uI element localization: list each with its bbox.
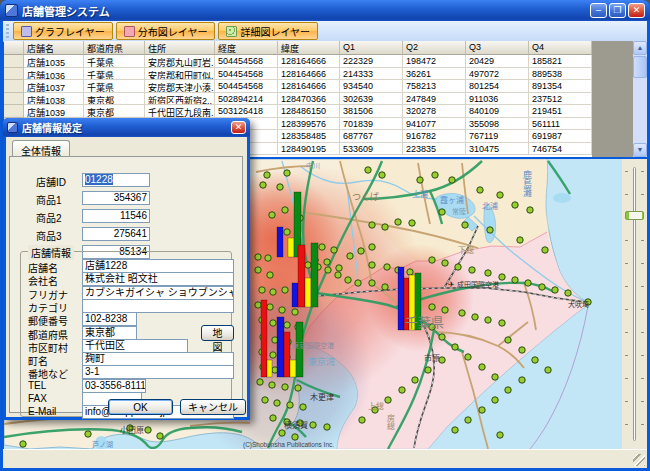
store-marker[interactable]: [499, 274, 505, 280]
table-cell[interactable]: 店舗1036: [24, 68, 84, 81]
store-marker[interactable]: [459, 310, 465, 316]
field-input-フリガナ[interactable]: カブシキガイシャ ショウブンシャ: [82, 286, 234, 300]
table-cell[interactable]: 355098: [466, 118, 529, 131]
field-input-商品2[interactable]: 11546: [82, 209, 150, 223]
table-cell[interactable]: 533609: [340, 143, 403, 156]
store-marker[interactable]: [279, 430, 285, 436]
store-marker[interactable]: [255, 302, 261, 308]
row-header-cell[interactable]: [4, 93, 24, 106]
store-marker[interactable]: [287, 402, 293, 408]
table-cell[interactable]: 千葉県: [84, 80, 145, 93]
store-marker[interactable]: [282, 287, 288, 293]
store-marker[interactable]: [267, 272, 273, 278]
store-marker[interactable]: [409, 220, 415, 226]
row-header-cell[interactable]: [4, 105, 24, 118]
maximize-button[interactable]: ❐: [609, 3, 626, 18]
table-cell[interactable]: 934540: [340, 80, 403, 93]
table-cell[interactable]: 503126418: [215, 105, 278, 118]
table-cell[interactable]: 889538: [529, 68, 592, 81]
table-cell[interactable]: 801254: [466, 80, 529, 93]
scrollbar-thumb[interactable]: [633, 56, 647, 78]
table-cell[interactable]: 758213: [403, 80, 466, 93]
store-marker[interactable]: [255, 254, 261, 260]
table-cell[interactable]: 223835: [403, 143, 466, 156]
field-input-店舗名[interactable]: 店舗1228: [82, 259, 234, 273]
store-marker[interactable]: [542, 247, 548, 253]
table-row[interactable]: 店舗1038東京都新宿区西新宿2..5028942141284703663026…: [4, 93, 592, 106]
table-cell[interactable]: 東京都: [84, 93, 145, 106]
store-marker[interactable]: [365, 167, 371, 173]
store-marker[interactable]: [565, 290, 571, 296]
field-input-町名[interactable]: 麹町: [82, 352, 234, 366]
store-marker[interactable]: [284, 229, 290, 235]
store-marker[interactable]: [399, 387, 405, 393]
table-cell[interactable]: 504454568: [215, 68, 278, 81]
store-marker[interactable]: [479, 364, 485, 370]
store-marker[interactable]: [369, 280, 375, 286]
table-cell[interactable]: 新宿区西新宿2..: [145, 93, 215, 106]
store-marker[interactable]: [20, 441, 26, 447]
minimize-button[interactable]: –: [590, 3, 607, 18]
store-marker[interactable]: [382, 224, 388, 230]
store-marker[interactable]: [499, 320, 505, 326]
column-header[interactable]: 経度: [215, 41, 278, 55]
table-cell[interactable]: 891354: [529, 80, 592, 93]
store-marker[interactable]: [284, 170, 290, 176]
store-marker[interactable]: [359, 417, 365, 423]
store-marker[interactable]: [477, 187, 483, 193]
table-cell[interactable]: 安房郡天津小湊..: [145, 80, 215, 93]
store-marker[interactable]: [85, 431, 91, 437]
cancel-button[interactable]: キャンセル: [180, 399, 246, 415]
store-marker[interactable]: [452, 427, 458, 433]
table-cell[interactable]: 店舗1037: [24, 80, 84, 93]
table-row[interactable]: 店舗1035千葉県安房郡丸山町岩..5044545681281646662223…: [4, 55, 592, 68]
scroll-down-button[interactable]: ▼: [633, 143, 647, 157]
table-cell[interactable]: 941077: [403, 118, 466, 131]
table-cell[interactable]: 128164666: [278, 55, 340, 68]
store-marker[interactable]: [336, 265, 342, 271]
toolbar-grip[interactable]: [6, 24, 9, 39]
store-marker[interactable]: [331, 247, 337, 253]
store-marker[interactable]: [517, 237, 523, 243]
store-marker[interactable]: [492, 397, 498, 403]
store-marker[interactable]: [277, 184, 283, 190]
store-marker[interactable]: [358, 248, 364, 254]
store-marker[interactable]: [300, 404, 306, 410]
table-cell[interactable]: 916782: [403, 130, 466, 143]
table-cell[interactable]: 東京都: [84, 105, 145, 118]
close-button[interactable]: ✕: [628, 3, 645, 18]
table-cell[interactable]: 店舗1039: [24, 105, 84, 118]
store-marker[interactable]: [284, 322, 290, 328]
table-cell[interactable]: 185821: [529, 55, 592, 68]
trackbar-thumb[interactable]: [625, 211, 644, 220]
store-marker[interactable]: [255, 267, 261, 273]
resize-grip[interactable]: [633, 454, 645, 466]
store-marker[interactable]: [145, 427, 151, 433]
store-marker[interactable]: [347, 253, 353, 259]
store-marker[interactable]: [505, 387, 511, 393]
table-cell[interactable]: 701839: [340, 118, 403, 131]
title-bar[interactable]: 店舗管理システム – ❐ ✕: [0, 0, 650, 21]
field-input-市区町村[interactable]: 千代田区: [82, 339, 188, 353]
table-cell[interactable]: 128490195: [278, 143, 340, 156]
store-marker[interactable]: [384, 264, 390, 270]
table-cell[interactable]: 502894214: [215, 93, 278, 106]
store-marker[interactable]: [269, 212, 275, 218]
store-marker[interactable]: [417, 177, 423, 183]
table-row[interactable]: 店舗1037千葉県安房郡天津小湊..5044545681281646669345…: [4, 80, 592, 93]
store-marker[interactable]: [465, 417, 471, 423]
table-cell[interactable]: 302639: [340, 93, 403, 106]
store-marker[interactable]: [260, 182, 266, 188]
table-cell[interactable]: 安房郡丸山町岩..: [145, 55, 215, 68]
table-cell[interactable]: 504454568: [215, 80, 278, 93]
column-header[interactable]: 都道府県: [84, 41, 145, 55]
table-cell[interactable]: 店舗1038: [24, 93, 84, 106]
table-cell[interactable]: 36261: [403, 68, 466, 81]
table-cell[interactable]: 千葉県: [84, 68, 145, 81]
store-marker[interactable]: [279, 307, 285, 313]
store-marker[interactable]: [465, 354, 471, 360]
store-marker[interactable]: [539, 284, 545, 290]
store-marker[interactable]: [492, 374, 498, 380]
store-marker[interactable]: [462, 222, 468, 228]
store-marker[interactable]: [442, 307, 448, 313]
